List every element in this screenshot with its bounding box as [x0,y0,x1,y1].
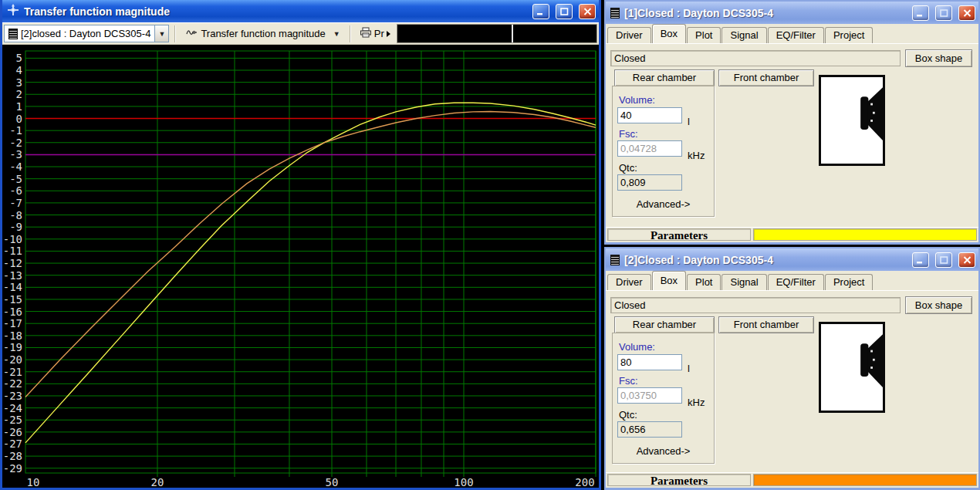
volume-input[interactable] [617,354,682,370]
window2-box-tab-content: Closed Box shape Rear chamber Front cham… [606,291,978,472]
svg-text:-11: -11 [3,245,22,257]
window2-statusbar: Parameters [606,472,978,488]
submenu-arrow-icon [387,31,390,37]
advanced-link[interactable]: Advanced-> [613,198,714,210]
svg-text:3: 3 [16,76,22,89]
tab-driver[interactable]: Driver [607,274,651,290]
svg-text:50: 50 [326,476,339,488]
box-shape-preview [819,322,885,413]
maximize-button[interactable] [935,5,952,21]
volume-label: Volume: [619,94,655,106]
box-type-field[interactable]: Closed [610,297,901,313]
tab-box[interactable]: Box [652,24,686,43]
tab-project[interactable]: Project [825,27,873,43]
svg-text:-12: -12 [3,257,22,269]
tab-driver[interactable]: Driver [607,27,651,43]
svg-text:100: 100 [454,476,473,488]
winisd-app: Transfer function magnitude [2]closed : … [0,0,980,490]
svg-text:4: 4 [16,64,22,76]
close-button[interactable] [958,252,975,268]
printer-icon [360,27,372,40]
box-shape-button[interactable]: Box shape [905,49,972,67]
driver-side-view [860,334,883,387]
fsc-input[interactable] [617,387,682,404]
rear-chamber-tab[interactable]: Rear chamber [614,69,715,86]
chamber-parameters-panel: Volume: l Fsc: kHz Qtc: Advanced-> [612,333,715,464]
svg-text:-13: -13 [3,269,22,282]
volume-input[interactable] [617,107,682,123]
svg-text:-8: -8 [9,209,22,221]
tab-eq-filter[interactable]: EQ/Filter [768,274,824,290]
window2-titlebar[interactable]: [2]Closed : Dayton DCS305-4 [606,248,978,271]
advanced-link[interactable]: Advanced-> [613,445,714,457]
chevron-down-icon[interactable]: ▼ [330,25,344,42]
minimize-button[interactable] [532,4,549,19]
plot-window: Transfer function magnitude [2]closed : … [0,0,601,490]
project-color-bar [753,228,977,241]
svg-text:1: 1 [16,100,22,113]
project-selector-combo[interactable]: [2]closed : Dayton DCS305-4 ▼ [4,25,169,42]
svg-text:5: 5 [16,52,22,64]
graph-type-combo[interactable]: Transfer function magnitude ▼ [181,25,343,42]
svg-text:-16: -16 [3,306,22,318]
tab-project[interactable]: Project [825,274,873,290]
qtc-field[interactable] [617,421,682,438]
window1-title: [1]Closed : Dayton DCS305-4 [624,7,906,19]
driver-side-view [860,87,883,140]
box-shape-button[interactable]: Box shape [905,296,972,314]
tab-signal[interactable]: Signal [721,27,766,43]
waveform-icon [186,28,198,39]
maximize-button[interactable] [556,4,573,19]
svg-text:-25: -25 [3,414,22,426]
svg-text:-24: -24 [3,402,22,414]
svg-text:-10: -10 [3,233,22,245]
minimize-button[interactable] [912,5,929,21]
svg-text:20: 20 [151,476,164,488]
chevron-down-icon[interactable]: ▼ [155,25,169,42]
fsc-input[interactable] [617,140,682,157]
project-window-2: [2]Closed : Dayton DCS305-4 Driver Box P… [604,247,980,490]
tab-plot[interactable]: Plot [687,274,721,290]
svg-text:-3: -3 [9,148,22,161]
svg-text:-28: -28 [3,450,22,462]
front-chamber-tab[interactable]: Front chamber [718,316,814,333]
print-button[interactable]: Pr [357,25,394,42]
front-chamber-tab[interactable]: Front chamber [718,69,814,86]
box-type-field[interactable]: Closed [610,50,901,66]
svg-text:-27: -27 [3,438,22,450]
maximize-button[interactable] [935,252,952,268]
rear-chamber-tab[interactable]: Rear chamber [614,316,715,333]
svg-text:-7: -7 [9,197,22,209]
window1-titlebar[interactable]: [1]Closed : Dayton DCS305-4 [606,2,978,24]
transfer-function-chart: -29-28-27-26-25-24-23-22-21-20-19-18-17-… [2,45,599,488]
close-button[interactable] [958,5,975,21]
parameters-status-label: Parameters [607,474,751,486]
tab-eq-filter[interactable]: EQ/Filter [768,27,824,43]
box-shape-preview [819,75,885,166]
svg-text:-5: -5 [9,173,22,185]
svg-text:-2: -2 [9,137,22,149]
readout-strip [397,24,597,43]
window2-title: [2]Closed : Dayton DCS305-4 [624,254,906,266]
svg-text:-6: -6 [9,184,22,197]
svg-text:-18: -18 [3,329,22,342]
graph-type-value: Transfer function magnitude [201,28,325,39]
minimize-button[interactable] [912,252,929,268]
tab-box[interactable]: Box [652,271,686,290]
project-icon [8,29,18,39]
qtc-label: Qtc: [619,409,637,421]
print-button-label: Pr [374,28,384,39]
qtc-field[interactable] [617,174,682,191]
volume-unit: l [688,116,690,127]
plot-window-titlebar[interactable]: Transfer function magnitude [2,0,599,22]
readout-display-1 [397,25,513,42]
volume-unit: l [688,363,690,374]
svg-text:-1: -1 [9,124,22,137]
svg-text:-14: -14 [3,281,22,293]
fsc-label: Fsc: [619,128,638,140]
tab-plot[interactable]: Plot [687,27,721,43]
svg-text:200: 200 [575,476,594,488]
svg-text:-23: -23 [3,390,22,402]
tab-signal[interactable]: Signal [721,274,766,290]
close-button[interactable] [579,4,596,19]
